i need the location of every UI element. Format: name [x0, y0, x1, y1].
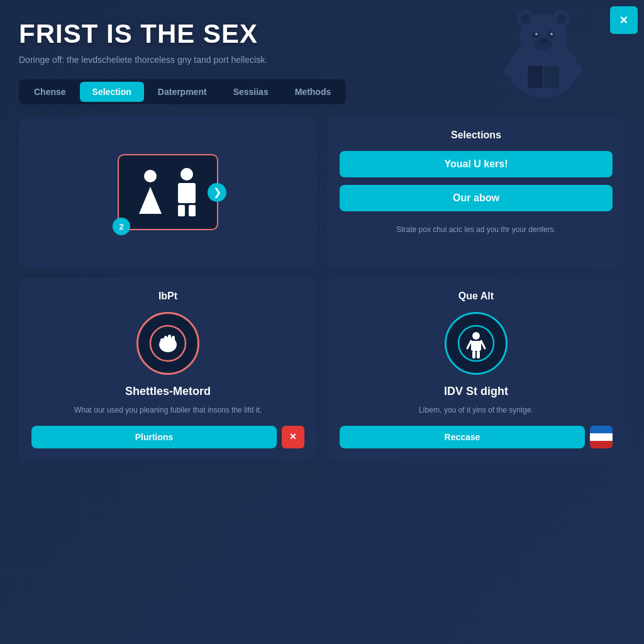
bottom-left-card-title: Shettles-Metord	[31, 385, 304, 398]
page-subtitle: Doringe off: the levdscheliete thorceles…	[19, 54, 396, 67]
tabs-container: Chense Selection Daterpment Sessiias Met…	[19, 79, 346, 104]
page-title: FRIST IS THE SEX	[19, 19, 625, 49]
nav-arrow[interactable]: ❯	[208, 183, 226, 202]
svg-rect-19	[178, 205, 185, 216]
selections-panel: Selections Youal U kers! Our abow Strate…	[327, 117, 625, 268]
svg-rect-20	[189, 205, 196, 216]
bottom-left-title: IbPt	[31, 291, 304, 302]
panels-grid: 2	[19, 117, 625, 461]
svg-rect-24	[168, 335, 171, 346]
person-icon-circle	[445, 312, 508, 375]
svg-rect-33	[477, 351, 480, 358]
close-button[interactable]: ×	[610, 6, 638, 34]
hand-icon-circle	[136, 312, 199, 375]
bottom-right-card-title: IDV St dight	[340, 385, 613, 398]
selection-btn-2[interactable]: Our abow	[340, 185, 613, 211]
gender-panel: 2	[19, 117, 317, 268]
svg-rect-32	[472, 351, 475, 358]
tab-chense[interactable]: Chense	[21, 82, 79, 102]
male-icon	[175, 168, 198, 216]
selection-description: Strate pox chui acic les ad you thr your…	[340, 224, 613, 235]
selection-btn-1[interactable]: Youal U kers!	[340, 151, 613, 177]
flag-red	[590, 441, 613, 448]
bottom-right-panel: Que Alt IDV St dight Libern, yo	[327, 278, 625, 461]
arrow-icon: ❯	[213, 186, 221, 198]
btn-x-icon[interactable]: ×	[282, 426, 304, 448]
tab-selection[interactable]: Selection	[80, 82, 144, 102]
tab-methods[interactable]: Methods	[282, 82, 344, 102]
tab-daterpment[interactable]: Daterpment	[145, 82, 219, 102]
svg-rect-26	[160, 338, 164, 346]
flag-icon	[590, 426, 613, 448]
bottom-right-desc: Libern, you of it yins of the syntge.	[340, 404, 613, 416]
gender-icons-box: 2	[118, 154, 218, 230]
svg-rect-18	[178, 183, 196, 203]
svg-point-28	[472, 332, 480, 340]
svg-line-31	[481, 341, 485, 348]
gender-display-area: 2	[31, 130, 304, 255]
bottom-left-btn[interactable]: Plurtions	[31, 426, 277, 448]
bottom-left-btn-row: Plurtions ×	[31, 426, 304, 448]
male-head	[180, 168, 193, 180]
bottom-right-btn-row: Reccase	[340, 426, 613, 448]
svg-marker-17	[139, 187, 162, 214]
svg-line-30	[467, 341, 471, 348]
bottom-left-panel: IbPt Shettles-Metord What our used you p…	[19, 278, 317, 461]
content-area: FRIST IS THE SEX Doringe off: the levdsc…	[0, 0, 644, 474]
gender-badge: 2	[113, 218, 130, 235]
svg-rect-29	[471, 341, 481, 351]
female-head	[144, 170, 157, 182]
bottom-right-title: Que Alt	[340, 291, 613, 302]
flag-blue	[590, 426, 613, 433]
bottom-right-btn[interactable]: Reccase	[340, 426, 585, 448]
female-icon	[138, 170, 163, 215]
selections-title: Selections	[340, 130, 613, 141]
svg-rect-23	[164, 336, 167, 346]
bottom-left-desc: What our used you pleaning fubiler that …	[31, 404, 304, 416]
tab-sessiias[interactable]: Sessiias	[221, 82, 281, 102]
close-icon: ×	[620, 12, 628, 28]
flag-white	[590, 433, 613, 441]
svg-rect-25	[172, 336, 175, 346]
main-container: ×	[0, 0, 644, 644]
